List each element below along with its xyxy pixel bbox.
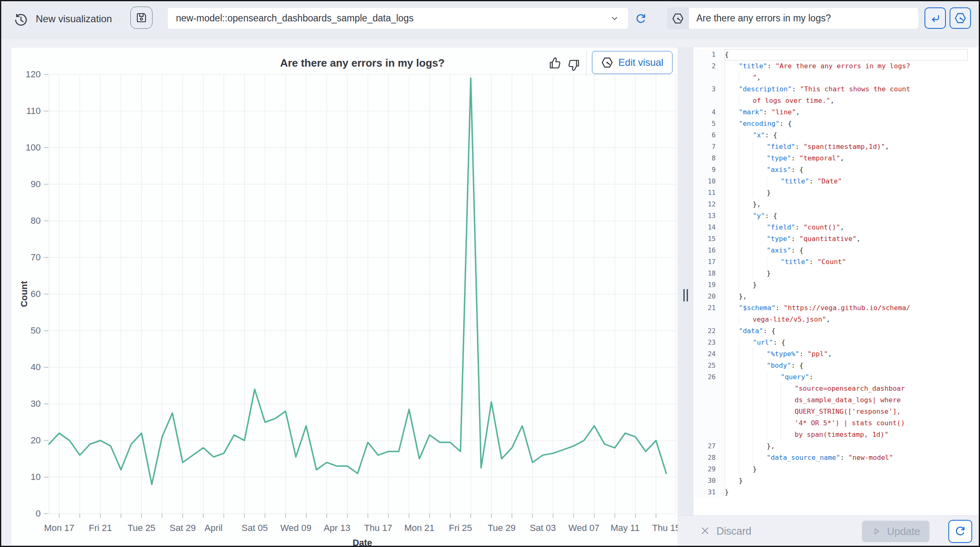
svg-text:Thu 17: Thu 17 [364,523,393,533]
code-line-16: 16"axis": { [693,245,978,256]
ask-question-input[interactable] [689,7,919,29]
line-number: 25 [693,360,725,371]
vega-spec-editor[interactable]: 1{2"title": "Are there any errors in my … [693,47,979,515]
code-line-31: 31} [693,487,978,498]
svg-text:Date: Date [353,538,372,546]
code-line-27: 27}, [693,440,978,452]
code-line-26: 26"query": [693,371,978,383]
discard-button[interactable]: Discard [698,524,754,537]
line-chart: 0102030405060708090100110120Mon 17Fri 21… [12,48,678,546]
line-number: 3 [693,83,725,95]
code-line-wrap: ds_sample_data_logs| where [693,394,978,406]
code-line-wrap: ", [693,72,978,83]
svg-text:0: 0 [36,508,41,519]
history-button[interactable] [14,13,28,28]
code-line-18: 18} [693,268,978,279]
refresh-preview-button[interactable] [948,520,972,543]
thumbs-up-button[interactable] [548,56,563,71]
svg-text:10: 10 [31,472,41,482]
chart-title: Are there any errors in my logs? [49,57,676,70]
line-number: 1 [693,49,725,60]
assistant-hexagon-icon [954,12,966,24]
code-line-2: 2"title": "Are there any errors in my lo… [693,60,978,72]
line-number [693,406,725,417]
line-number: 24 [693,348,725,360]
code-line-17: 17"title": "Count" [693,256,978,268]
line-number: 6 [693,130,725,141]
update-label: Update [887,526,920,538]
save-button[interactable] [130,7,153,29]
code-line-12: 12}, [693,199,978,210]
line-number: 19 [693,279,725,291]
svg-text:Fri 25: Fri 25 [449,523,472,533]
code-line-5: 5"encoding": { [693,118,978,130]
line-number: 11 [693,187,725,199]
code-line-wrap: '4* OR 5*') | stats count() [693,417,978,429]
panel-resize-divider[interactable] [678,47,693,546]
svg-text:Count: Count [19,281,29,307]
line-number: 20 [693,291,725,302]
svg-text:120: 120 [25,69,41,79]
line-number: 26 [693,371,725,383]
svg-text:Apr 13: Apr 13 [324,523,350,533]
visualization-panel: 0102030405060708090100110120Mon 17Fri 21… [11,47,678,546]
return-arrow-icon [929,12,941,24]
assistant-input-prefix [667,7,689,29]
code-line-15: 15"type": "quantitative", [693,233,978,245]
svg-text:70: 70 [31,252,41,262]
svg-text:110: 110 [26,106,41,116]
thumbs-down-button[interactable] [566,58,581,72]
line-number: 10 [693,176,725,187]
submit-question-button[interactable] [925,7,946,29]
edit-visual-hexagon-icon [601,56,613,69]
svg-text:60: 60 [31,289,41,299]
toolbar-divider [586,51,587,76]
code-line-wrap: "source=opensearch_dashboar [693,383,978,394]
chevron-down-icon [609,13,620,24]
line-number: 14 [693,222,725,233]
code-line-wrap: QUERY_STRING(['response'], [693,406,978,417]
line-number: 27 [693,440,725,452]
edit-visual-label: Edit visual [618,57,663,68]
code-line-29: 29} [693,464,978,475]
edit-visual-button[interactable]: Edit visual [592,51,673,74]
opensearch-visualization-app: New visualization new-model::opensearch_… [0,0,980,547]
editor-footer: Discard Update [678,515,979,546]
svg-text:April: April [204,523,222,533]
model-selector[interactable]: new-model::opensearch_dashboards_sample_… [167,7,629,29]
line-number: 21 [693,302,725,314]
svg-text:Tue 25: Tue 25 [127,523,155,533]
svg-text:20: 20 [31,435,41,445]
svg-text:Wed 09: Wed 09 [280,523,311,533]
code-line-9: 9"axis": { [693,164,978,176]
update-button[interactable]: Update [862,521,929,542]
svg-text:Sat 05: Sat 05 [242,523,268,533]
line-number [693,417,725,429]
code-lines: 1{2"title": "Are there any errors in my … [693,49,978,498]
code-line-6: 6"x": { [693,130,978,141]
svg-text:Wed 07: Wed 07 [569,523,599,533]
code-line-30: 30} [693,475,978,487]
code-line-23: 23"url": { [693,337,978,348]
line-number: 28 [693,452,725,464]
discard-label: Discard [717,525,751,537]
code-line-22: 22"data": { [693,325,978,337]
svg-text:Thu 15: Thu 15 [652,523,678,533]
refresh-data-button[interactable] [633,12,648,26]
code-line-wrap: by span(timestamp, 1d)" [693,429,978,440]
line-number: 29 [693,464,725,475]
code-line-10: 10"title": "Date" [693,176,978,187]
svg-text:Mon 21: Mon 21 [404,523,434,533]
generate-visualization-button[interactable] [950,7,971,29]
line-number: 16 [693,245,725,256]
line-number: 23 [693,337,725,348]
svg-text:30: 30 [31,399,41,409]
line-number: 17 [693,256,725,268]
line-number [693,429,725,440]
history-icon [14,13,28,28]
line-number: 18 [693,268,725,279]
code-line-13: 13"y": { [693,210,978,222]
code-line-14: 14"field": "count()", [693,222,978,233]
svg-text:90: 90 [31,179,41,189]
save-icon [135,12,148,24]
